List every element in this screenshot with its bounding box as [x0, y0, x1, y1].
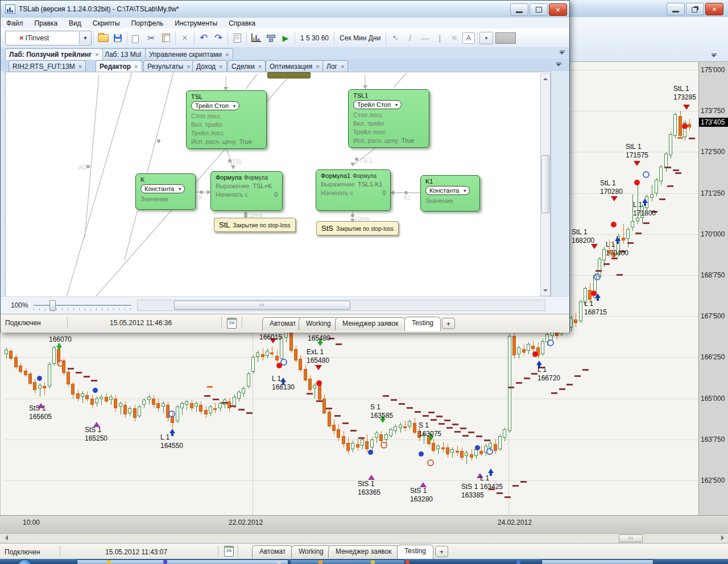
close-tab-icon[interactable]: × — [316, 63, 319, 70]
timeframe-unit-buttons[interactable]: Сек Мин Дни — [340, 34, 380, 42]
calendar-icon[interactable]: 24 — [227, 318, 237, 329]
undo-button[interactable]: ↶ — [197, 31, 210, 45]
agent-tab-testing[interactable]: Testing — [397, 545, 433, 559]
agent-tab-orders[interactable]: Менеджер заявок — [328, 545, 399, 558]
script-editor-button[interactable] — [264, 31, 278, 45]
block-param[interactable]: Значение — [140, 195, 191, 204]
canvas-horizontal-scrollbar[interactable]: III — [137, 300, 545, 311]
tab-optimization[interactable]: Оптимизация × — [266, 60, 324, 72]
taskbar-app-icon[interactable] — [516, 560, 520, 564]
tab-lab-polzuchiy-trailing[interactable]: Лаб: Ползучий трейлинг × — [5, 48, 103, 60]
pointer-tool-button[interactable]: ↖ — [388, 31, 402, 45]
block-param[interactable]: ВыражениеTSL+K — [216, 182, 278, 190]
block-param[interactable]: Начинать с0 — [321, 189, 386, 197]
block-tsl[interactable]: TSL Трейл Стоп▾ Стоп лосс Вкл. трейл Тре… — [186, 90, 267, 149]
color-swatch[interactable] — [495, 32, 516, 44]
taskbar-app-icon[interactable] — [107, 560, 111, 564]
tabs-overflow-icon[interactable] — [558, 50, 566, 57]
close-button[interactable]: × — [549, 3, 567, 16]
paste-button[interactable] — [159, 31, 173, 45]
tab-income[interactable]: Доход × — [192, 60, 227, 72]
time-axis[interactable]: 10:0022.02.201224.02.2012 — [0, 515, 728, 534]
block-type-dropdown[interactable]: Константа▾ — [425, 186, 470, 195]
calendar-icon[interactable]: 24 — [224, 546, 234, 557]
block-type-dropdown[interactable]: Константа▾ — [140, 184, 185, 193]
style-dropdown[interactable]: ▾ — [479, 32, 493, 44]
hline-tool-button[interactable]: — — [418, 31, 432, 45]
tab-editor[interactable]: Редактор × — [96, 60, 142, 72]
block-param[interactable]: Исп. расч. ценуTrue — [353, 136, 424, 145]
chart-button[interactable] — [249, 31, 263, 45]
minimize-button[interactable] — [510, 3, 528, 16]
window-titlebar[interactable]: TSLab (версия 1.1.24.0:32bit) - C:\TA\TS… — [1, 1, 569, 18]
add-agent-tab-button[interactable]: + — [435, 546, 448, 557]
script-editor-canvas[interactable]: АО TSL TSL1 K K1 Цена Цена TSL Трейл Сто… — [5, 72, 551, 297]
chart-horizontal-scrollbar[interactable]: III — [0, 533, 728, 542]
taskbar-app-icon[interactable] — [406, 560, 410, 564]
menu-help[interactable]: Справка — [223, 19, 261, 27]
scroll-down-icon[interactable] — [543, 289, 548, 294]
tabs-overflow-icon[interactable] — [555, 62, 562, 69]
text-tool-button[interactable]: A — [462, 32, 475, 44]
open-button[interactable] — [96, 31, 110, 45]
scrollbar-thumb[interactable]: III — [619, 534, 643, 542]
tab-results[interactable]: Результаты × — [143, 60, 195, 72]
delete-button[interactable]: × — [178, 31, 192, 45]
block-k1[interactable]: K1 Константа▾ Значение — [420, 175, 480, 212]
block-formula1[interactable]: Формула1Формула ВыражениеTSL1-K1 Начинат… — [316, 169, 391, 211]
taskbar-app-icon[interactable] — [163, 560, 167, 564]
close-tab-icon[interactable]: × — [219, 63, 222, 70]
properties-button[interactable] — [230, 31, 244, 45]
close-tab-icon[interactable]: × — [341, 63, 344, 70]
menu-file[interactable]: Файл — [1, 19, 29, 27]
agent-tab-testing[interactable]: Testing — [404, 317, 441, 331]
agent-tab-automat[interactable]: Автомат — [262, 317, 303, 330]
broker-dropdown-icon[interactable]: ▾ — [79, 32, 91, 44]
zoom-slider[interactable] — [34, 305, 131, 306]
clipped-block[interactable] — [267, 72, 311, 78]
close-tab-icon[interactable]: × — [134, 63, 138, 70]
scroll-right-icon[interactable] — [721, 535, 727, 541]
block-param[interactable]: Стоп лосс — [353, 111, 424, 119]
block-param[interactable]: Трейл лосс — [353, 128, 424, 136]
scroll-up-icon[interactable] — [543, 76, 548, 80]
price-axis[interactable]: 175'000173'750172'500171'250170'000168'7… — [698, 62, 728, 515]
menu-portfolio[interactable]: Портфель — [126, 19, 169, 27]
close-tab-icon[interactable]: × — [258, 63, 262, 70]
run-button[interactable]: ▶ — [279, 31, 292, 45]
tab-instrument[interactable]: RIH2:RTS_FUT:13M × — [9, 60, 86, 72]
zoom-slider-thumb[interactable] — [49, 300, 56, 311]
copy-button[interactable] — [130, 31, 143, 45]
block-param[interactable]: Исп. расч. ценуTrue — [191, 138, 262, 146]
block-tsl1[interactable]: TSL1 Трейл Стоп▾ Стоп лосс Вкл. трейл Тр… — [348, 89, 429, 148]
block-k[interactable]: K Константа▾ Значение — [135, 173, 196, 210]
close-tab-icon[interactable]: × — [187, 63, 190, 70]
block-param[interactable]: Значение — [425, 197, 475, 205]
taskbar-app-icon[interactable] — [318, 560, 322, 564]
add-agent-tab-button[interactable]: + — [442, 318, 455, 329]
scrollbar-thumb[interactable]: III — [174, 301, 350, 310]
menu-edit[interactable]: Правка — [29, 19, 64, 27]
bg-close-button[interactable]: × — [705, 3, 723, 15]
block-param[interactable]: Трейл лосс — [191, 129, 262, 138]
scrollbar-thumb[interactable] — [541, 155, 549, 213]
taskbar-button[interactable] — [541, 559, 653, 564]
fibo-tool-button[interactable]: ≈ — [448, 31, 461, 45]
block-param[interactable]: Стоп лосс — [191, 112, 262, 121]
close-tab-icon[interactable]: × — [78, 63, 82, 70]
agent-tab-working[interactable]: Working — [291, 545, 331, 558]
cut-button[interactable]: ✂ — [144, 31, 158, 45]
close-tab-icon[interactable]: × — [225, 51, 229, 58]
agent-tab-automat[interactable]: Автомат — [252, 545, 293, 558]
tab-trades[interactable]: Сделки × — [228, 60, 266, 72]
maximize-button[interactable] — [530, 3, 548, 16]
save-button[interactable] — [111, 31, 125, 45]
menu-tools[interactable]: Инструменты — [169, 19, 223, 27]
menu-view[interactable]: Вид — [63, 19, 87, 27]
canvas-vertical-scrollbar[interactable] — [540, 73, 551, 296]
taskbar-app-icon[interactable] — [371, 560, 375, 564]
block-param[interactable]: Вкл. трейл — [191, 121, 262, 129]
vline-tool-button[interactable]: | — [433, 31, 446, 45]
toolbar-overflow-icon[interactable] — [710, 53, 718, 60]
taskbar-button[interactable] — [290, 559, 405, 564]
